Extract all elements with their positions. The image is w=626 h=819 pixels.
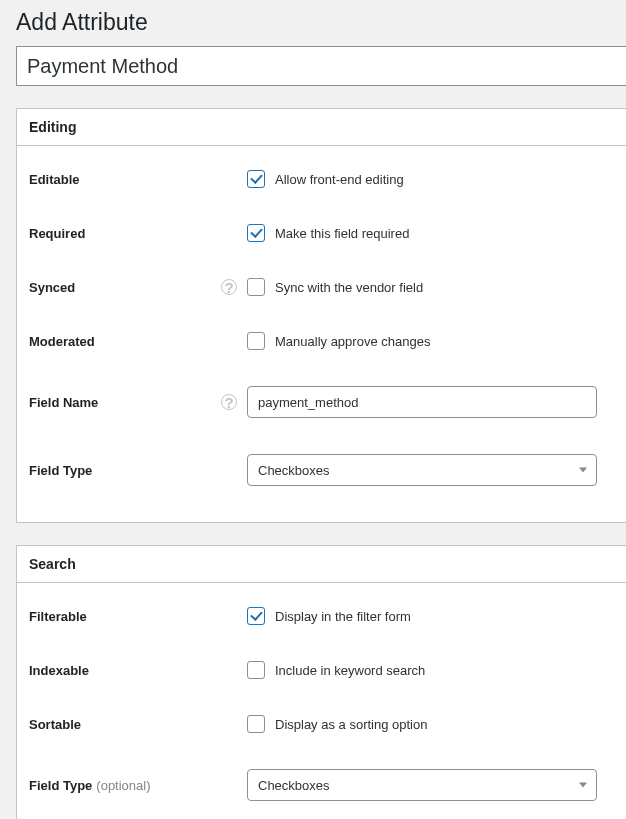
- checkbox-moderated[interactable]: [247, 332, 265, 350]
- checkbox-required-text[interactable]: Make this field required: [275, 226, 409, 241]
- row-sortable: Sortable Display as a sorting option: [29, 697, 614, 751]
- input-field-name[interactable]: [247, 386, 597, 418]
- panel-editing-title: Editing: [29, 119, 614, 135]
- label-optional: (optional): [96, 778, 150, 793]
- checkbox-indexable-text[interactable]: Include in keyword search: [275, 663, 425, 678]
- row-moderated: Moderated Manually approve changes: [29, 314, 614, 368]
- row-filterable: Filterable Display in the filter form: [29, 589, 614, 643]
- checkbox-moderated-text[interactable]: Manually approve changes: [275, 334, 430, 349]
- label-filterable: Filterable: [29, 609, 247, 624]
- panel-search-header: Search: [17, 546, 626, 583]
- select-search-field-type-wrap: Checkboxes: [247, 769, 597, 801]
- panel-editing: Editing Editable Allow front-end editing…: [16, 108, 626, 523]
- panel-search-title: Search: [29, 556, 614, 572]
- label-field-type: Field Type: [29, 463, 247, 478]
- row-field-name: Field Name ?: [29, 368, 614, 436]
- row-search-field-type: Field Type (optional) Checkboxes: [29, 751, 614, 819]
- label-field-name: Field Name ?: [29, 394, 247, 410]
- checkbox-sortable[interactable]: [247, 715, 265, 733]
- checkbox-filterable[interactable]: [247, 607, 265, 625]
- checkbox-editable-text[interactable]: Allow front-end editing: [275, 172, 404, 187]
- label-required: Required: [29, 226, 247, 241]
- checkbox-synced-text[interactable]: Sync with the vendor field: [275, 280, 423, 295]
- attribute-name-input[interactable]: [16, 46, 626, 86]
- label-editable: Editable: [29, 172, 247, 187]
- checkbox-indexable[interactable]: [247, 661, 265, 679]
- row-required: Required Make this field required: [29, 206, 614, 260]
- row-field-type: Field Type Checkboxes: [29, 436, 614, 504]
- panel-editing-header: Editing: [17, 109, 626, 146]
- label-indexable: Indexable: [29, 663, 247, 678]
- help-icon[interactable]: ?: [221, 279, 237, 295]
- label-synced: Synced ?: [29, 279, 247, 295]
- attribute-name-wrap: [16, 46, 626, 86]
- label-moderated: Moderated: [29, 334, 247, 349]
- page-title: Add Attribute: [0, 0, 626, 46]
- checkbox-synced[interactable]: [247, 278, 265, 296]
- select-field-type[interactable]: Checkboxes: [247, 454, 597, 486]
- panel-search: Search Filterable Display in the filter …: [16, 545, 626, 819]
- select-search-field-type[interactable]: Checkboxes: [247, 769, 597, 801]
- checkbox-editable[interactable]: [247, 170, 265, 188]
- checkbox-sortable-text[interactable]: Display as a sorting option: [275, 717, 427, 732]
- select-field-type-wrap: Checkboxes: [247, 454, 597, 486]
- checkbox-required[interactable]: [247, 224, 265, 242]
- checkbox-filterable-text[interactable]: Display in the filter form: [275, 609, 411, 624]
- label-search-field-type: Field Type (optional): [29, 778, 247, 793]
- help-icon[interactable]: ?: [221, 394, 237, 410]
- row-editable: Editable Allow front-end editing: [29, 152, 614, 206]
- row-indexable: Indexable Include in keyword search: [29, 643, 614, 697]
- label-sortable: Sortable: [29, 717, 247, 732]
- row-synced: Synced ? Sync with the vendor field: [29, 260, 614, 314]
